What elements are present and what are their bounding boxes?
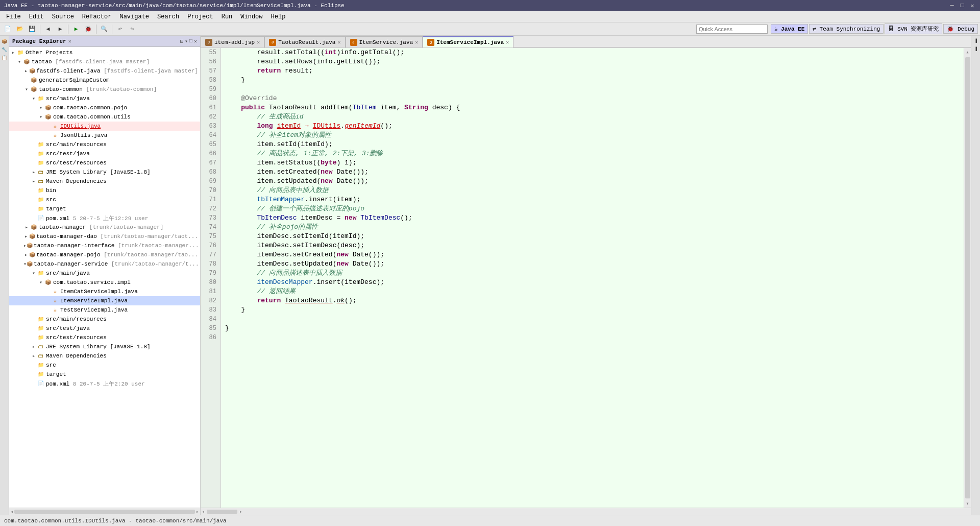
menu-window[interactable]: Window bbox=[236, 12, 266, 21]
right-scrollbar[interactable]: ▴ ▾ bbox=[964, 48, 971, 508]
toggle-taotao-pojo[interactable]: ▸ bbox=[23, 252, 29, 258]
tree-item-svc-target[interactable]: ▸ 📁 target bbox=[9, 370, 200, 379]
tree-item-src-main-res[interactable]: ▸ 📁 src/main/resources bbox=[9, 140, 200, 149]
vscroll-up[interactable]: ▴ bbox=[966, 48, 969, 56]
tree-item-svc-src[interactable]: ▸ 📁 src bbox=[9, 361, 200, 370]
pe-title-x[interactable]: ✕ bbox=[68, 38, 71, 44]
tab-item-service-impl[interactable]: J ItemServiceImpl.java ✕ bbox=[423, 36, 513, 47]
menu-run[interactable]: Run bbox=[217, 12, 237, 21]
tree-item-utils[interactable]: ▾ 📦 com.taotao.common.utils bbox=[9, 112, 200, 122]
toggle-taotao-dao[interactable]: ▸ bbox=[23, 233, 29, 240]
tree-item-jsonutils[interactable]: ▸ ☕ JsonUtils.java bbox=[9, 131, 200, 140]
menu-search[interactable]: Search bbox=[153, 12, 183, 21]
menu-edit[interactable]: Edit bbox=[25, 12, 48, 21]
pe-tree[interactable]: ▸ 📁 Other Projects ▾ 📦 taotao [fastdfs-c… bbox=[9, 47, 200, 508]
tree-item-pojo[interactable]: ▾ 📦 com.taotao.common.pojo bbox=[9, 103, 200, 112]
tree-item-taotao[interactable]: ▾ 📦 taotao [fastdfs-client-java master] bbox=[9, 57, 200, 66]
toggle-utils[interactable]: ▾ bbox=[38, 114, 44, 120]
perspective-debug[interactable]: 🐞 Debug bbox=[943, 24, 978, 34]
toggle-svc-maven[interactable]: ▸ bbox=[31, 353, 37, 359]
pe-close-btn[interactable]: ✕ bbox=[194, 38, 197, 44]
tb-redo[interactable]: ↪ bbox=[127, 23, 138, 35]
toggle-other-projects[interactable]: ▸ bbox=[10, 50, 16, 56]
tree-item-pom1[interactable]: ▸ 📄 pom.xml 5 20-7-5 上午12:29 user bbox=[9, 213, 200, 223]
menu-file[interactable]: File bbox=[2, 12, 25, 21]
toggle-jre[interactable]: ▸ bbox=[31, 169, 37, 175]
toggle-taotao[interactable]: ▾ bbox=[16, 59, 22, 65]
toggle-maven[interactable]: ▸ bbox=[31, 178, 37, 184]
tree-item-src-test-res[interactable]: ▸ 📁 src/test/resources bbox=[9, 158, 200, 168]
toggle-taotao-common[interactable]: ▾ bbox=[23, 86, 30, 92]
tb-search[interactable]: 🔍 bbox=[99, 23, 110, 35]
vscroll-down[interactable]: ▾ bbox=[966, 499, 969, 508]
maximize-button[interactable]: □ bbox=[959, 2, 966, 9]
toggle-svc-impl[interactable]: ▾ bbox=[38, 279, 44, 285]
quick-access-input[interactable] bbox=[696, 25, 768, 34]
tab-close-item-service[interactable]: ✕ bbox=[415, 39, 418, 45]
menu-source[interactable]: Source bbox=[48, 12, 78, 21]
tree-item-svc-test-java[interactable]: ▸ 📁 src/test/java bbox=[9, 324, 200, 333]
tree-item-target[interactable]: ▸ 📁 target bbox=[9, 204, 200, 213]
toggle-svc-jre[interactable]: ▸ bbox=[31, 344, 37, 350]
tree-item-taotao-intf[interactable]: ▸ 📦 taotao-manager-interface [trunk/taot… bbox=[9, 241, 200, 250]
perspective-svn[interactable]: 🗄 SVN 资源库研究 bbox=[885, 23, 942, 34]
hscroll-left[interactable]: ◂ bbox=[201, 509, 206, 515]
left-icon-1[interactable]: 📦 bbox=[1, 38, 8, 45]
tree-item-taotao-svc[interactable]: ▾ 📦 taotao-manager-service [trunk/taotao… bbox=[9, 259, 200, 269]
tb-save[interactable]: 💾 bbox=[27, 23, 38, 35]
tree-item-src-main-java[interactable]: ▾ 📁 src/main/java bbox=[9, 94, 200, 103]
hscroll-right[interactable]: ▸ bbox=[238, 509, 243, 515]
tree-item-svc-jre[interactable]: ▸ 🗃 JRE System Library [JavaSE-1.8] bbox=[9, 342, 200, 351]
tree-item-itemsvc[interactable]: ▸ ☕ ItemServiceImpl.java bbox=[9, 296, 200, 305]
toggle-svc-src-main[interactable]: ▾ bbox=[31, 270, 37, 276]
perspective-team-sync[interactable]: ⇄ Team Synchronizing bbox=[809, 24, 884, 34]
tree-item-svc-src-main[interactable]: ▾ 📁 src/main/java bbox=[9, 269, 200, 278]
menu-refactor[interactable]: Refactor bbox=[78, 12, 116, 21]
pe-menu-btn[interactable]: ▾ bbox=[185, 38, 188, 44]
toggle-taotao-manager[interactable]: ▸ bbox=[23, 224, 30, 230]
tab-item-add[interactable]: J item-add.jsp ✕ bbox=[201, 36, 264, 47]
tab-close-taotao-result[interactable]: ✕ bbox=[337, 39, 340, 45]
pe-collapse-btn[interactable]: ⊟ bbox=[180, 38, 183, 44]
menu-project[interactable]: Project bbox=[183, 12, 217, 21]
menu-help[interactable]: Help bbox=[267, 12, 290, 21]
toggle-src-main-java[interactable]: ▾ bbox=[31, 95, 37, 102]
tree-item-taotao-dao[interactable]: ▸ 📦 taotao-manager-dao [trunk/taotao-man… bbox=[9, 232, 200, 241]
tree-item-src-folder[interactable]: ▸ 📁 src bbox=[9, 195, 200, 204]
hscroll-thumb[interactable] bbox=[207, 510, 237, 514]
vscroll-thumb[interactable] bbox=[965, 57, 970, 498]
tb-debug[interactable]: 🐞 bbox=[83, 23, 94, 35]
tree-item-maven[interactable]: ▸ 🗃 Maven Dependencies bbox=[9, 177, 200, 186]
editor-hscroll[interactable]: ◂ ▸ bbox=[201, 508, 971, 515]
perspective-java-ee[interactable]: ☕ Java EE bbox=[771, 24, 808, 34]
tab-close-item-service-impl[interactable]: ✕ bbox=[506, 39, 509, 45]
tree-item-taotao-manager[interactable]: ▸ 📦 taotao-manager [trunk/taotao-manager… bbox=[9, 223, 200, 232]
right-icon-2[interactable]: ▐ bbox=[972, 45, 979, 52]
tab-close-item-add[interactable]: ✕ bbox=[257, 39, 260, 45]
tree-item-pom2[interactable]: ▸ 📄 pom.xml 8 20-7-5 上午2:20 user bbox=[9, 379, 200, 388]
tree-item-svc-impl[interactable]: ▾ 📦 com.taotao.service.impl bbox=[9, 278, 200, 287]
tree-item-src-test-java[interactable]: ▸ 📁 src/test/java bbox=[9, 149, 200, 158]
tb-open[interactable]: 📂 bbox=[14, 23, 26, 35]
left-icon-3[interactable]: 📋 bbox=[1, 54, 8, 61]
tree-item-bin[interactable]: ▸ 📁 bin bbox=[9, 186, 200, 195]
tree-item-taotao-pojo[interactable]: ▸ 📦 taotao-manager-pojo [trunk/taotao-ma… bbox=[9, 250, 200, 259]
tree-item-other-projects[interactable]: ▸ 📁 Other Projects bbox=[9, 48, 200, 57]
left-icon-2[interactable]: 🔧 bbox=[1, 46, 8, 53]
toggle-fastdfs[interactable]: ▸ bbox=[23, 68, 29, 74]
minimize-button[interactable]: ─ bbox=[948, 2, 955, 9]
menu-navigate[interactable]: Navigate bbox=[115, 12, 153, 21]
tree-item-gensqlmap[interactable]: ▸ 📦 generatorSqlmapCustom bbox=[9, 76, 200, 85]
pe-hscrollbar[interactable]: ◂ ▸ bbox=[9, 508, 200, 515]
code-content[interactable]: result.setTotal((int)info.getTotal(); re… bbox=[221, 48, 964, 508]
tb-forward[interactable]: ▶ bbox=[55, 23, 66, 35]
tb-run[interactable]: ▶ bbox=[70, 23, 82, 35]
pe-hscroll-thumb[interactable] bbox=[14, 510, 195, 514]
pe-hscroll-arrow-left[interactable]: ◂ bbox=[9, 509, 13, 515]
tree-item-idutils[interactable]: ▸ ☕ IDUtils.java bbox=[9, 122, 200, 131]
tree-item-jre[interactable]: ▸ 🗃 JRE System Library [JavaSE-1.8] bbox=[9, 168, 200, 177]
code-editor[interactable]: 55 56 57 58 59 60 61 62 63 64 65 66 67 6… bbox=[201, 48, 971, 508]
pe-max-btn[interactable]: □ bbox=[189, 38, 192, 44]
close-button[interactable]: ✕ bbox=[969, 2, 976, 9]
tree-item-itemcat[interactable]: ▸ ☕ ItemCatServiceImpl.java bbox=[9, 287, 200, 296]
